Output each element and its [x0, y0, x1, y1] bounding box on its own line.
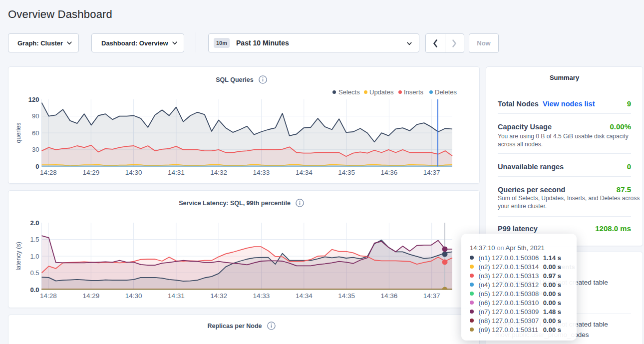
svg-text:14:36: 14:36 [381, 292, 398, 300]
svg-text:2.0: 2.0 [30, 219, 39, 227]
svg-text:30: 30 [32, 146, 39, 153]
svg-text:90: 90 [32, 112, 39, 120]
svg-text:14:31: 14:31 [168, 292, 185, 300]
svg-text:14:30: 14:30 [125, 292, 142, 300]
svg-text:14:37: 14:37 [423, 169, 440, 176]
svg-text:14:30: 14:30 [125, 169, 142, 176]
svg-text:0.5: 0.5 [30, 269, 39, 277]
svg-text:1.5: 1.5 [30, 236, 39, 243]
svg-text:60: 60 [32, 129, 39, 137]
svg-text:latency (s): latency (s) [15, 242, 22, 271]
svg-text:14:32: 14:32 [210, 169, 227, 176]
svg-text:14:37: 14:37 [423, 292, 440, 300]
svg-text:14:34: 14:34 [296, 292, 313, 300]
svg-text:queries: queries [15, 123, 22, 143]
svg-text:14:28: 14:28 [40, 292, 57, 300]
svg-text:14:35: 14:35 [338, 169, 355, 176]
svg-text:14:29: 14:29 [82, 292, 99, 300]
svg-text:14:35: 14:35 [338, 292, 355, 300]
svg-text:0: 0 [35, 163, 39, 170]
svg-text:14:34: 14:34 [296, 169, 313, 176]
svg-text:14:33: 14:33 [253, 292, 270, 300]
svg-text:14:32: 14:32 [210, 292, 227, 300]
svg-text:14:29: 14:29 [82, 169, 99, 176]
svg-text:120: 120 [28, 96, 39, 103]
svg-text:0.0: 0.0 [30, 286, 39, 294]
svg-text:14:28: 14:28 [40, 169, 57, 176]
svg-text:14:33: 14:33 [253, 169, 270, 176]
svg-text:14:36: 14:36 [381, 169, 398, 176]
svg-text:14:31: 14:31 [168, 169, 185, 176]
svg-text:1.0: 1.0 [30, 253, 39, 260]
